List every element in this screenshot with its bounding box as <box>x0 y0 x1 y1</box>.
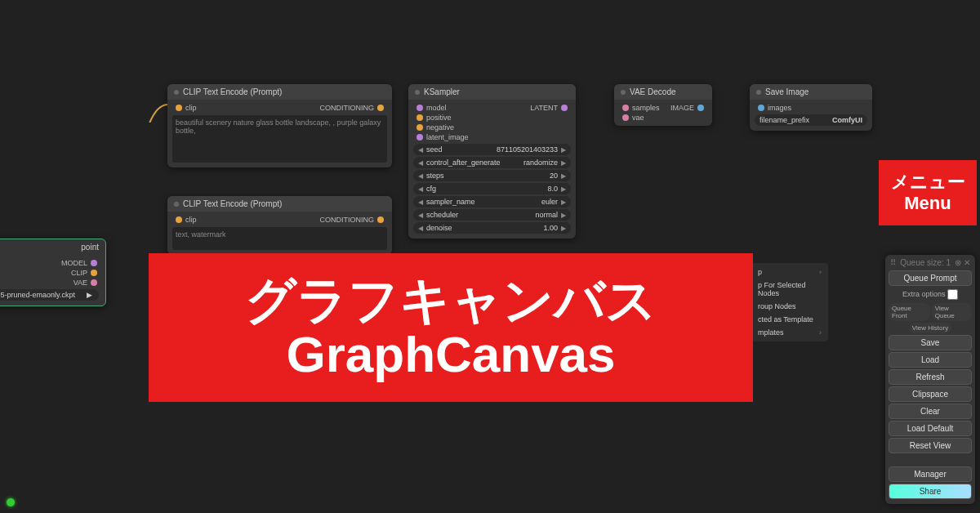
param-sampler_name[interactable]: ◀sampler_nameeuler▶ <box>413 196 571 207</box>
port-images-in: images <box>768 104 791 112</box>
ctx-item[interactable]: cted as Template <box>751 313 828 326</box>
ckpt-selector[interactable]: ◀ v1-5-pruned-emaonly.ckpt ▶ <box>0 289 99 301</box>
context-menu[interactable]: p› p For Selected Nodes roup Nodes cted … <box>751 263 828 341</box>
port-dot[interactable] <box>91 270 97 276</box>
status-indicator <box>7 498 15 506</box>
ckpt-name: v1-5-pruned-emaonly.ckpt <box>0 291 75 299</box>
view-queue-button[interactable]: View Queue <box>932 303 972 321</box>
port-dot[interactable] <box>758 105 764 111</box>
port-clip-in: clip <box>185 104 197 112</box>
load-default-button[interactable]: Load Default <box>889 421 972 436</box>
manager-button[interactable]: Manager <box>889 466 972 482</box>
port-positive-in: positive <box>426 114 452 122</box>
save-image-node[interactable]: Save Image images filename_prefix ComfyU… <box>750 84 872 131</box>
refresh-button[interactable]: Refresh <box>889 369 972 385</box>
chevron-left-icon: ◀ <box>418 146 423 154</box>
extra-options-checkbox[interactable] <box>947 289 958 300</box>
chevron-right-icon: ▶ <box>561 225 566 232</box>
clip-text-encode-negative-node[interactable]: CLIP Text Encode (Prompt) clip CONDITION… <box>167 196 392 255</box>
extra-options-toggle[interactable]: Extra options <box>889 288 972 301</box>
queue-size-label: Queue size: <box>900 258 943 267</box>
port-model: MODEL <box>61 259 87 267</box>
port-latent-out: LATENT <box>530 104 558 112</box>
chevron-left-icon: ◀ <box>418 172 423 180</box>
annotation-menu-label: メニュー Menu <box>879 160 977 225</box>
chevron-right-icon: ▶ <box>87 291 92 299</box>
port-dot[interactable] <box>697 105 704 111</box>
chevron-right-icon: ▶ <box>561 159 566 167</box>
node-header[interactable]: VAE Decode <box>614 84 712 100</box>
prompt-textarea[interactable] <box>172 227 387 250</box>
chevron-left-icon: ◀ <box>418 159 423 167</box>
chevron-right-icon: ▶ <box>561 212 566 219</box>
clipspace-button[interactable]: Clipspace <box>889 386 972 402</box>
ctx-item[interactable]: roup Nodes <box>751 300 828 313</box>
port-vae: VAE <box>74 279 87 287</box>
chevron-left-icon: ◀ <box>418 225 423 232</box>
chevron-right-icon: ▶ <box>561 172 566 180</box>
port-dot[interactable] <box>377 105 384 111</box>
menu-panel[interactable]: ⠿ Queue size: 1 ⊗ ✕ Queue Prompt Extra o… <box>885 255 975 504</box>
node-header[interactable]: Save Image <box>750 84 872 100</box>
port-dot[interactable] <box>561 105 568 111</box>
chevron-left-icon: ◀ <box>418 212 423 219</box>
param-cfg[interactable]: ◀cfg8.0▶ <box>413 183 571 194</box>
port-latent-in: latent_image <box>426 133 469 141</box>
drag-icon: ⠿ <box>890 258 896 267</box>
port-dot[interactable] <box>176 216 182 223</box>
reset-view-button[interactable]: Reset View <box>889 438 972 453</box>
view-history-button[interactable]: View History <box>909 323 951 333</box>
port-negative-in: negative <box>426 123 454 132</box>
node-header[interactable]: KSampler <box>408 84 576 100</box>
chevron-right-icon: › <box>819 268 822 276</box>
ctx-item[interactable]: p For Selected Nodes <box>751 279 828 300</box>
ksampler-node[interactable]: KSampler model positive negative latent_… <box>408 84 576 239</box>
annotation-canvas-label: グラフキャンバス GraphCanvas <box>149 253 753 402</box>
param-seed[interactable]: ◀seed871105201403233▶ <box>413 144 571 155</box>
save-button[interactable]: Save <box>889 335 972 350</box>
param-steps[interactable]: ◀steps20▶ <box>413 170 571 181</box>
port-dot[interactable] <box>622 105 629 111</box>
port-dot[interactable] <box>91 260 97 266</box>
port-dot[interactable] <box>377 216 384 223</box>
ctx-item[interactable]: mplates› <box>751 326 828 339</box>
chevron-right-icon: › <box>819 328 822 337</box>
node-header[interactable]: CLIP Text Encode (Prompt) <box>167 196 392 212</box>
port-dot[interactable] <box>91 279 97 286</box>
param-scheduler[interactable]: ◀schedulernormal▶ <box>413 209 571 221</box>
checkpoint-loader-node[interactable]: point MODEL CLIP VAE ◀ v1-5-pruned-emaon… <box>0 239 106 306</box>
port-dot[interactable] <box>416 114 423 121</box>
chevron-right-icon: ▶ <box>561 199 566 206</box>
param-denoise[interactable]: ◀denoise1.00▶ <box>413 222 571 234</box>
menu-drag-handle[interactable]: ⠿ Queue size: 1 ⊗ ✕ <box>889 258 972 269</box>
port-clip: CLIP <box>71 269 87 277</box>
ctx-item[interactable]: p› <box>751 265 828 279</box>
port-dot[interactable] <box>416 134 423 141</box>
clear-button[interactable]: Clear <box>889 404 972 419</box>
port-clip-in: clip <box>185 216 197 224</box>
port-dot[interactable] <box>416 105 423 111</box>
port-model-in: model <box>426 104 447 112</box>
port-dot[interactable] <box>622 114 629 121</box>
queue-front-button[interactable]: Queue Front <box>889 303 930 321</box>
queue-prompt-button[interactable]: Queue Prompt <box>889 270 972 286</box>
port-dot[interactable] <box>416 124 423 131</box>
port-vae-in: vae <box>632 114 644 122</box>
vae-decode-node[interactable]: VAE Decode samples vae IMAGE <box>614 84 712 126</box>
clip-text-encode-positive-node[interactable]: CLIP Text Encode (Prompt) clip CONDITION… <box>167 84 392 167</box>
prompt-textarea[interactable] <box>172 115 387 163</box>
load-button[interactable]: Load <box>889 352 972 368</box>
share-button[interactable]: Share <box>889 484 972 499</box>
filename-prefix-field[interactable]: filename_prefix ComfyUI <box>755 114 867 126</box>
node-title: point <box>0 239 105 255</box>
port-image-out: IMAGE <box>670 104 694 112</box>
chevron-right-icon: ▶ <box>561 185 566 193</box>
node-header[interactable]: CLIP Text Encode (Prompt) <box>167 84 392 100</box>
port-dot[interactable] <box>176 105 182 111</box>
port-conditioning-out: CONDITIONING <box>320 216 375 224</box>
close-icon[interactable]: ⊗ ✕ <box>955 258 970 267</box>
param-control_after_generate[interactable]: ◀control_after_generaterandomize▶ <box>413 157 571 168</box>
chevron-left-icon: ◀ <box>418 199 423 206</box>
queue-size-value: 1 <box>946 258 951 267</box>
port-samples-in: samples <box>632 104 660 112</box>
